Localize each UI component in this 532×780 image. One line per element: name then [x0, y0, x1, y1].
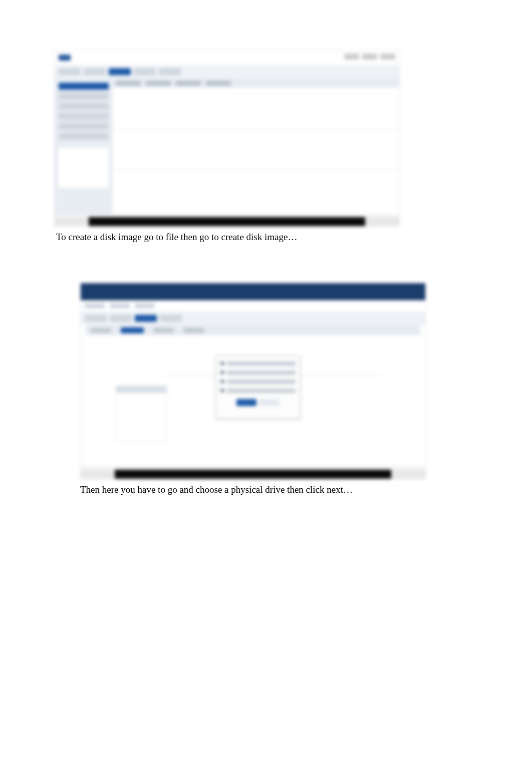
- toolbar-button-active[interactable]: [109, 68, 131, 75]
- toolbar-button[interactable]: [159, 68, 181, 75]
- screenshot-1: [54, 50, 400, 227]
- radio-option[interactable]: [220, 369, 296, 376]
- taskbar: [89, 217, 365, 226]
- content-pane: [113, 130, 399, 171]
- radio-icon: [220, 361, 224, 365]
- toolbar-button[interactable]: [85, 315, 107, 322]
- menu-item[interactable]: [110, 303, 130, 308]
- menu-item[interactable]: [135, 303, 155, 308]
- radio-option[interactable]: [220, 378, 296, 385]
- window-control[interactable]: [362, 54, 377, 60]
- app-window-1: [54, 50, 400, 227]
- main-area: [81, 325, 425, 466]
- sidebar-item[interactable]: [59, 123, 109, 130]
- toolbar-button[interactable]: [134, 68, 156, 75]
- radio-label: [227, 379, 296, 384]
- taskbar: [115, 470, 391, 479]
- toolbar-button[interactable]: [160, 315, 182, 322]
- toolbar-button[interactable]: [84, 68, 106, 75]
- radio-icon: [220, 379, 224, 383]
- dialog-buttons: [220, 399, 296, 406]
- content-area: [113, 79, 399, 214]
- toolbar: [81, 311, 425, 325]
- content-header: [113, 79, 399, 88]
- radio-icon: [220, 388, 224, 393]
- screenshot-2: [80, 283, 426, 479]
- menu-bar: [81, 300, 425, 311]
- radio-option[interactable]: [220, 387, 296, 394]
- header-accent: [121, 327, 144, 333]
- toolbar-button[interactable]: [59, 68, 81, 75]
- radio-label: [227, 370, 296, 375]
- caption-2: Then here you have to go and choose a ph…: [80, 484, 532, 495]
- radio-label: [227, 388, 296, 393]
- choose-drive-dialog: [216, 355, 300, 419]
- content-pane: [113, 90, 399, 130]
- title-bar-dark: [81, 283, 425, 300]
- window-control[interactable]: [380, 54, 395, 60]
- radio-option[interactable]: [220, 360, 296, 367]
- panel-label: [116, 386, 166, 393]
- sidebar-item[interactable]: [59, 133, 109, 140]
- window-controls: [344, 54, 395, 60]
- title-bar: [55, 51, 399, 65]
- sidebar-item[interactable]: [59, 113, 109, 120]
- toolbar: [55, 65, 399, 79]
- app-logo: [59, 55, 71, 61]
- menu-item[interactable]: [85, 303, 105, 308]
- header-bar: [86, 325, 420, 335]
- sidebar-item-selected[interactable]: [59, 83, 109, 90]
- main-area: [55, 79, 399, 214]
- next-button[interactable]: [236, 399, 256, 406]
- side-panel: [116, 385, 167, 442]
- app-window-2: [80, 283, 426, 479]
- sidebar-item[interactable]: [59, 93, 109, 100]
- caption-1: To create a disk image go to file then g…: [56, 232, 532, 243]
- radio-icon: [220, 370, 224, 374]
- document-page: To create a disk image go to file then g…: [0, 0, 532, 636]
- toolbar-button[interactable]: [110, 315, 132, 322]
- sidebar-panel: [59, 148, 109, 188]
- radio-label: [227, 361, 296, 366]
- toolbar-button-active[interactable]: [135, 315, 157, 322]
- sidebar-item[interactable]: [59, 103, 109, 110]
- window-control[interactable]: [344, 54, 359, 60]
- cancel-button[interactable]: [259, 399, 280, 406]
- sidebar: [55, 79, 113, 214]
